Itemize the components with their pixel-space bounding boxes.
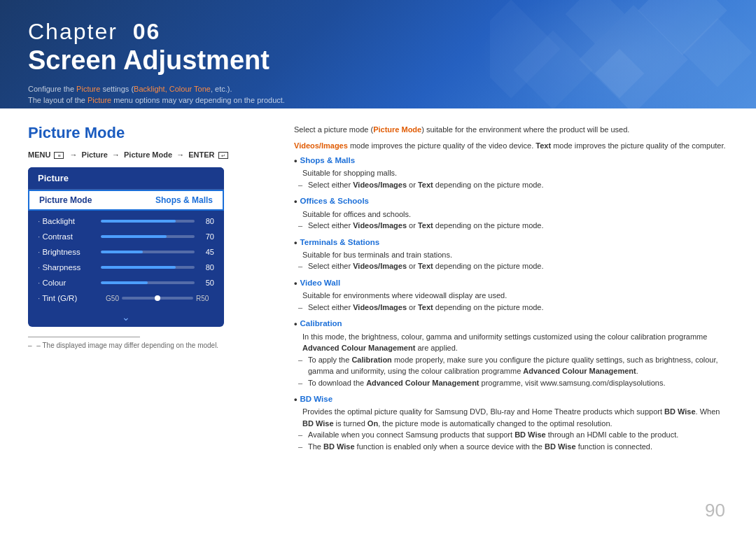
highlight-picture-1: Picture xyxy=(76,85,100,93)
footnote-text: – – The displayed image may differ depen… xyxy=(28,342,273,349)
shops-malls-sub: Select either Videos/Images or Text depe… xyxy=(308,179,728,191)
videos-bold-2: Videos/Images xyxy=(353,221,407,230)
tint-bar xyxy=(122,297,193,300)
chapter-label: Chapter 06 xyxy=(28,20,728,44)
videos-bold-3: Videos/Images xyxy=(353,262,407,270)
item-offices-schools: Offices & Schools Suitable for offices a… xyxy=(294,197,728,231)
colour-bar xyxy=(101,281,195,284)
backlight-slider[interactable]: 80 xyxy=(101,217,214,225)
shops-malls-title: Shops & Malls xyxy=(294,156,728,166)
menu-icon: ≡ xyxy=(54,152,64,159)
colour-slider[interactable]: 50 xyxy=(101,279,214,287)
backlight-bar xyxy=(101,220,195,223)
acm-bold-3: Advanced Colour Management xyxy=(366,379,479,387)
acm-bold-1: Advanced Colour Management xyxy=(302,344,415,352)
main-content: Picture Mode MENU ≡ → Picture → Picture … xyxy=(0,108,756,458)
terminals-stations-sub: Select either Videos/Images or Text depe… xyxy=(308,260,728,272)
item-calibration: Calibration In this mode, the brightness… xyxy=(294,319,728,388)
contrast-value: 70 xyxy=(199,232,214,241)
section-items: Shops & Malls Suitable for shopping mall… xyxy=(294,156,728,452)
panel-row-contrast: Contrast 70 xyxy=(28,229,224,244)
bd-wise-bold-5: BD Wise xyxy=(545,442,576,451)
dash-prefix: – xyxy=(28,342,32,349)
enter-icon: ↵ xyxy=(218,152,228,159)
item-terminals-stations: Terminals & Stations Suitable for bus te… xyxy=(294,238,728,272)
item-bd-wise: BD Wise Provides the optimal picture qua… xyxy=(294,395,728,452)
text-bold-4: Text xyxy=(418,303,433,311)
backlight-fill xyxy=(101,220,176,223)
calibration-sub-2: To download the Advanced Colour Manageme… xyxy=(308,377,728,389)
section-title: Picture Mode xyxy=(28,124,273,142)
bd-wise-bold-3: BD Wise xyxy=(514,430,546,439)
panel-row-sharpness: Sharpness 80 xyxy=(28,260,224,275)
picture-label: Picture xyxy=(82,150,108,159)
panel-row-tint: Tint (G/R) G50 R50 xyxy=(28,290,224,306)
item-video-wall: Video Wall Suitable for environments whe… xyxy=(294,279,728,313)
video-wall-sub: Select either Videos/Images or Text depe… xyxy=(308,302,728,314)
chapter-title: Screen Adjustment xyxy=(28,45,728,76)
page-number: 90 xyxy=(705,500,725,521)
selected-row-value: Shops & Malls xyxy=(155,195,213,205)
decorative-diamonds xyxy=(490,0,756,108)
arrow-1: → xyxy=(70,150,78,159)
brightness-label: Brightness xyxy=(38,248,101,256)
acm-bold-2: Advanced Colour Management xyxy=(523,367,636,375)
contrast-fill xyxy=(101,235,167,238)
sharpness-label: Sharpness xyxy=(38,263,101,272)
calibration-desc: In this mode, the brightness, colour, ga… xyxy=(302,331,728,354)
bd-wise-sub-2: The BD Wise function is enabled only whe… xyxy=(308,441,728,453)
text-highlight: Text xyxy=(536,141,551,150)
panel-row-colour: Colour 50 xyxy=(28,275,224,290)
panel-row-backlight: Backlight 80 xyxy=(28,213,224,229)
footnote-content: – The displayed image may differ dependi… xyxy=(36,342,218,349)
tint-label: Tint (G/R) xyxy=(38,294,101,302)
footnote-divider xyxy=(28,337,140,337)
sharpness-value: 80 xyxy=(199,263,214,272)
panel-chevron[interactable]: ⌄ xyxy=(28,309,224,327)
terminals-stations-title: Terminals & Stations xyxy=(294,238,728,248)
tint-left-label: G50 xyxy=(101,295,119,302)
video-wall-title: Video Wall xyxy=(294,279,728,288)
videos-bold: Videos/Images xyxy=(353,181,407,189)
intro-text-2: Videos/Images mode improves the picture … xyxy=(294,140,728,152)
text-bold-3: Text xyxy=(418,262,433,270)
colour-label: Colour xyxy=(38,279,101,287)
brightness-slider[interactable]: 45 xyxy=(101,248,214,256)
tint-marker xyxy=(155,295,160,301)
picture-mode-label: Picture Mode xyxy=(124,150,172,159)
header-subtitle: Configure the Picture settings (Backligh… xyxy=(28,83,728,106)
subtitle-line1: Configure the Picture settings (Backligh… xyxy=(28,83,728,95)
video-wall-desc: Suitable for environments where videowal… xyxy=(302,290,728,302)
panel-header: Picture xyxy=(28,167,224,190)
colour-fill xyxy=(101,281,148,284)
text-bold: Text xyxy=(418,181,433,189)
text-bold-2: Text xyxy=(418,221,433,230)
menu-label: MENU xyxy=(28,150,50,159)
videos-bold-4: Videos/Images xyxy=(353,303,407,311)
arrow-2: → xyxy=(112,150,120,159)
colour-value: 50 xyxy=(199,279,214,287)
calibration-bold: Calibration xyxy=(351,356,391,364)
tint-right-label: R50 xyxy=(196,295,214,302)
contrast-slider[interactable]: 70 xyxy=(101,232,214,241)
panel-selected-row[interactable]: Picture Mode Shops & Malls xyxy=(28,190,224,211)
tint-slider[interactable]: G50 R50 xyxy=(101,295,214,302)
shops-malls-desc: Suitable for shopping malls. xyxy=(302,167,728,179)
on-bold: On xyxy=(368,419,378,428)
offices-schools-desc: Suitable for offices and schools. xyxy=(302,209,728,220)
brightness-value: 45 xyxy=(199,248,214,256)
intro-text-1: Select a picture mode (Picture Mode) sui… xyxy=(294,124,728,136)
picture-mode-highlight: Picture Mode xyxy=(373,125,421,134)
calibration-sub-1: To apply the Calibration mode properly, … xyxy=(308,354,728,377)
offices-schools-sub: Select either Videos/Images or Text depe… xyxy=(308,220,728,232)
offices-schools-title: Offices & Schools xyxy=(294,197,728,206)
panel-rows: Backlight 80 Contrast 70 xyxy=(28,211,224,309)
sharpness-slider[interactable]: 80 xyxy=(101,263,214,272)
highlight-picture-2: Picture xyxy=(88,96,111,104)
sharpness-fill xyxy=(101,266,176,269)
contrast-bar xyxy=(101,235,195,238)
selected-row-label: Picture Mode xyxy=(39,195,92,205)
header-banner: Chapter 06 Screen Adjustment Configure t… xyxy=(0,0,756,108)
calibration-title: Calibration xyxy=(294,319,728,329)
right-column: Select a picture mode (Picture Mode) sui… xyxy=(294,124,728,458)
